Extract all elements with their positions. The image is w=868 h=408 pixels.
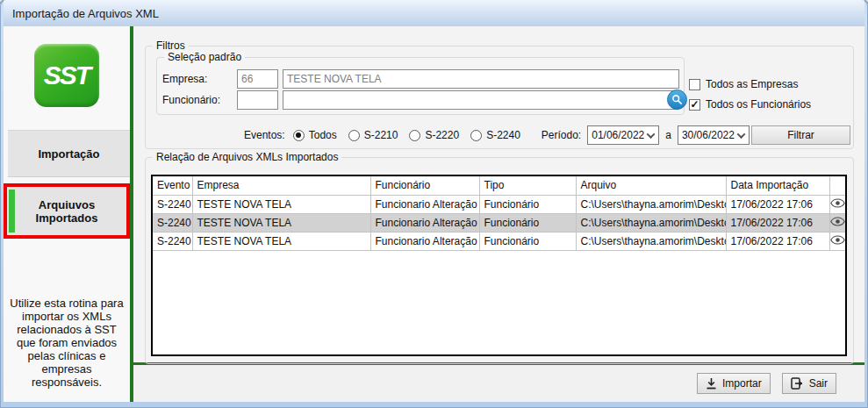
sidebar-description: Utilize esta rotina para importar os XML… — [7, 297, 126, 389]
empresa-name-field[interactable] — [283, 69, 679, 89]
annotation-red-highlight-box: Arquiuvos Importados — [4, 183, 130, 239]
todas-empresas-checkbox[interactable]: ✓ Todos as Empresas — [689, 78, 811, 90]
active-tab-indicator — [9, 190, 15, 233]
titlebar: Importação de Arquivos XML — [4, 0, 864, 26]
radio-icon — [409, 130, 420, 141]
filters-group-label: Filtros — [153, 39, 189, 52]
view-xml-button[interactable] — [829, 232, 845, 250]
cell-data: 17/06/2022 17:06 — [726, 213, 829, 232]
eventos-radio-group: TodosS-2210S-2220S-2240 — [285, 129, 520, 141]
sst-logo-text: SST — [44, 61, 90, 90]
window-body: SST Importação Arquiuvos Importados Util… — [4, 26, 864, 402]
window-title: Importação de Arquivos XML — [12, 7, 159, 20]
funcionario-name-field[interactable] — [283, 90, 679, 110]
view-xml-button[interactable] — [829, 195, 845, 213]
exit-icon — [791, 377, 804, 390]
cell-tipo: Funcionário — [479, 213, 576, 232]
cell-arquivo: C:\Users\thayna.amorim\Deskto... — [576, 232, 726, 250]
cell-data: 17/06/2022 17:06 — [726, 232, 829, 250]
sair-label: Sair — [809, 377, 828, 390]
sidebar-item-importacao[interactable]: Importação — [8, 130, 130, 177]
radio-icon — [470, 130, 482, 141]
cell-funcionario: Funcionario Alteração ... — [370, 195, 479, 213]
radio-todos[interactable]: Todos — [293, 129, 337, 141]
column-header[interactable]: Evento — [153, 176, 192, 195]
sst-logo: SST — [34, 44, 99, 107]
table-row[interactable]: S-2240TESTE NOVA TELAFuncionario Alteraç… — [153, 195, 845, 213]
checkbox-icon: ✓ — [689, 99, 700, 111]
app-window: Importação de Arquivos XML SST Importaçã… — [0, 0, 868, 408]
funcionario-row: Funcionário: — [162, 90, 684, 110]
cell-tipo: Funcionário — [479, 195, 576, 213]
table-row[interactable]: S-2240TESTE NOVA TELAFuncionario Alteraç… — [153, 213, 845, 232]
search-icon[interactable] — [667, 89, 687, 110]
eye-icon — [830, 198, 845, 208]
cell-funcionario: Funcionario Alteração ... — [370, 232, 479, 250]
todos-funcionarios-label: Todos os Funcionários — [706, 98, 811, 111]
radio-s-2220[interactable]: S-2220 — [409, 129, 459, 141]
periodo-from-value: 01/06/2022 — [592, 129, 644, 141]
eye-icon — [830, 235, 845, 245]
periodo-label: Período: — [542, 129, 581, 141]
view-xml-button[interactable] — [829, 213, 845, 232]
cell-data: 17/06/2022 17:06 — [726, 195, 829, 213]
sidebar-item-label: Importação — [38, 147, 99, 161]
filtrar-button[interactable]: Filtrar — [751, 125, 850, 145]
column-header[interactable]: Tipo — [479, 176, 576, 195]
periodo-to-datepicker[interactable]: 30/06/2022 — [678, 125, 750, 145]
column-header[interactable]: Funcionário — [370, 176, 479, 195]
cell-empresa: TESTE NOVA TELA — [192, 232, 370, 250]
radio-label: Todos — [309, 129, 337, 141]
periodo-separator: a — [665, 129, 671, 141]
empresa-code-field[interactable] — [237, 69, 278, 89]
radio-icon — [348, 130, 360, 141]
content-column: Filtros Seleção padrão Empresa: Funcioná… — [133, 26, 864, 402]
checkbox-icon: ✓ — [689, 79, 700, 90]
filter-checkboxes: ✓ Todos as Empresas ✓ Todos os Funcionár… — [689, 78, 811, 111]
eventos-row: Eventos: TodosS-2210S-2220S-2240 Período… — [146, 125, 853, 145]
cell-evento: S-2240 — [153, 213, 192, 232]
filters-groupbox: Filtros Seleção padrão Empresa: Funcioná… — [145, 46, 854, 149]
funcionario-code-field[interactable] — [237, 90, 278, 110]
cell-empresa: TESTE NOVA TELA — [192, 195, 370, 213]
radio-label: S-2210 — [364, 129, 398, 141]
results-group-label: Relação de Arquivos XMLs Importados — [153, 151, 341, 163]
radio-label: S-2220 — [425, 129, 459, 141]
table-row[interactable]: S-2240TESTE NOVA TELAFuncionario Alteraç… — [153, 232, 845, 250]
cell-funcionario: Funcionario Alteração ... — [370, 213, 479, 232]
periodo-to-value: 30/06/2022 — [682, 129, 735, 141]
sidebar-item-arquivos-importados[interactable]: Arquiuvos Importados — [7, 187, 126, 235]
download-icon — [706, 377, 717, 390]
chevron-down-icon — [736, 130, 745, 139]
todas-empresas-label: Todos as Empresas — [706, 78, 798, 90]
funcionario-label: Funcionário: — [162, 94, 237, 106]
periodo-from-datepicker[interactable]: 01/06/2022 — [587, 125, 659, 145]
results-tbody: S-2240TESTE NOVA TELAFuncionario Alteraç… — [153, 195, 845, 250]
cell-arquivo: C:\Users\thayna.amorim\Deskto... — [576, 213, 726, 232]
importar-label: Importar — [722, 377, 762, 390]
column-header[interactable]: Data Importação — [726, 176, 829, 195]
column-header[interactable]: Empresa — [192, 176, 370, 195]
radio-s-2240[interactable]: S-2240 — [470, 129, 520, 141]
cell-evento: S-2240 — [153, 195, 192, 213]
column-header[interactable]: Arquivo — [576, 176, 726, 195]
cell-tipo: Funcionário — [479, 232, 576, 250]
sidebar-item-label: Arquiuvos Importados — [16, 198, 118, 225]
importar-button[interactable]: Importar — [697, 373, 771, 394]
cell-arquivo: C:\Users\thayna.amorim\Deskto... — [576, 195, 726, 213]
radio-icon — [293, 130, 305, 141]
empresa-row: Empresa: — [162, 69, 684, 89]
column-header[interactable] — [829, 176, 845, 195]
sair-button[interactable]: Sair — [782, 373, 836, 394]
empresa-label: Empresa: — [162, 73, 237, 85]
default-selection-groupbox: Seleção padrão Empresa: Funcionário: — [156, 57, 685, 115]
radio-s-2210[interactable]: S-2210 — [348, 129, 398, 141]
cell-evento: S-2240 — [153, 232, 192, 250]
selection-group-label: Seleção padrão — [164, 51, 245, 63]
cell-empresa: TESTE NOVA TELA — [192, 213, 370, 232]
results-table: EventoEmpresaFuncionárioTipoArquivoData … — [151, 175, 847, 356]
radio-label: S-2240 — [486, 129, 520, 141]
results-groupbox: Relação de Arquivos XMLs Importados Even… — [145, 157, 854, 364]
todos-funcionarios-checkbox[interactable]: ✓ Todos os Funcionários — [689, 98, 811, 111]
eye-icon — [830, 217, 845, 226]
